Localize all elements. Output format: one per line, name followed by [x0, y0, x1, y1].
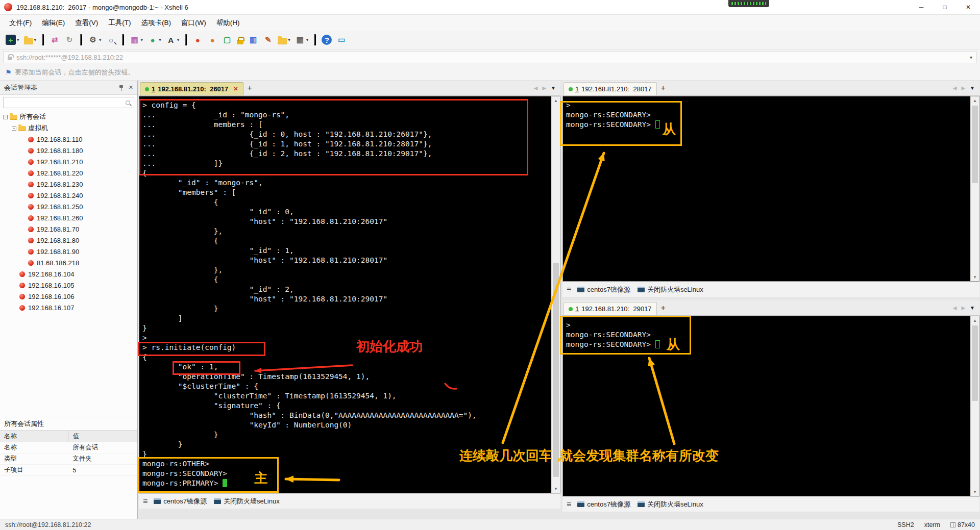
panel-close-icon[interactable]: ✕: [129, 84, 133, 91]
scroll-down-icon[interactable]: ▼: [971, 488, 979, 496]
duplicate-session-icon[interactable]: ⇄: [48, 34, 61, 46]
scrollbar-thumb[interactable]: [972, 325, 978, 401]
quick-commands-menu-icon[interactable]: ≡: [567, 500, 571, 509]
lock-keyboard-icon[interactable]: [235, 34, 245, 45]
search-icon[interactable]: [126, 100, 130, 105]
transfer-folder-icon[interactable]: ▾: [276, 34, 292, 45]
dropdown-caret-icon[interactable]: ▾: [177, 37, 180, 42]
scrollbar-thumb[interactable]: [972, 106, 978, 183]
quick-command-button[interactable]: centos7镜像源: [577, 285, 630, 294]
scrollbar[interactable]: ▲ ▼: [970, 96, 979, 281]
terminal-29017[interactable]: >mongo-rs:SECONDARY>mongo-rs:SECONDARY> …: [562, 316, 979, 496]
pin-icon[interactable]: [119, 85, 124, 91]
tree-item[interactable]: 192.168.81.240: [0, 190, 137, 201]
quick-command-button[interactable]: centos7镜像源: [577, 500, 630, 509]
menu-item[interactable]: 帮助(H): [211, 15, 245, 31]
quick-command-button[interactable]: 关闭防火墙seLinux: [214, 497, 280, 506]
dropdown-caret-icon[interactable]: ▾: [141, 37, 143, 42]
xshell-home-icon[interactable]: ●: [191, 34, 204, 46]
tree-item[interactable]: 192.168.16.105: [0, 280, 137, 291]
quick-commands-menu-icon[interactable]: ≡: [143, 497, 148, 506]
tree-item[interactable]: 192.168.81.70: [0, 223, 137, 235]
dropdown-caret-icon[interactable]: ▾: [17, 37, 19, 42]
close-button[interactable]: ✕: [957, 0, 980, 14]
reconnect-icon[interactable]: ↻: [63, 34, 76, 46]
menu-item[interactable]: 查看(V): [70, 15, 103, 31]
tree-item[interactable]: 192.168.16.107: [0, 302, 137, 313]
scroll-down-icon[interactable]: ▼: [552, 485, 560, 493]
tree-item[interactable]: 192.168.81.80: [0, 235, 137, 246]
expander-icon[interactable]: [12, 126, 16, 131]
scrollbar-thumb[interactable]: [553, 263, 559, 477]
dropdown-caret-icon[interactable]: ▾: [159, 37, 161, 42]
maximize-button[interactable]: □: [933, 0, 957, 14]
scroll-tabs-left-icon[interactable]: ◀: [953, 85, 957, 91]
tree-item[interactable]: 192.168.81.110: [0, 134, 137, 145]
quick-command-button[interactable]: 关闭防火墙seLinux: [638, 500, 703, 509]
xagent-icon[interactable]: ●: [206, 34, 219, 46]
menu-item[interactable]: 选项卡(B): [136, 15, 177, 31]
minimize-button[interactable]: ─: [910, 0, 933, 14]
tree-item[interactable]: 192.168.81.210: [0, 156, 137, 167]
new-session-icon[interactable]: + ▾: [4, 34, 21, 46]
new-tab-button[interactable]: +: [248, 84, 252, 93]
menu-item[interactable]: 工具(T): [103, 15, 136, 31]
session-search-input[interactable]: [4, 99, 126, 106]
tree-item[interactable]: 192.168.81.220: [0, 167, 137, 179]
terminal-26017[interactable]: > config = {... _id : "mongo-rs",... mem…: [139, 96, 560, 493]
tab-list-icon[interactable]: ▼: [551, 85, 556, 91]
help-icon[interactable]: ?: [320, 34, 333, 46]
tree-item[interactable]: 192.168.16.104: [0, 268, 137, 280]
tree-item[interactable]: 192.168.81.250: [0, 201, 137, 212]
quick-command-button[interactable]: centos7镜像源: [154, 497, 207, 506]
terminal-28017[interactable]: >mongo-rs:SECONDARY>mongo-rs:SECONDARY> …: [562, 96, 979, 282]
scroll-tabs-right-icon[interactable]: ▶: [542, 85, 546, 91]
log-icon[interactable]: ▥: [247, 34, 260, 46]
tile-layout-icon[interactable]: ▦ ▾: [293, 34, 310, 46]
quick-command-button[interactable]: 关闭防火墙seLinux: [638, 285, 703, 294]
tree-item[interactable]: 虚拟机: [0, 122, 137, 134]
tree-item[interactable]: 81.68.186.218: [0, 257, 137, 268]
session-properties-icon[interactable]: ⚙ ▾: [86, 34, 103, 46]
fullscreen-icon[interactable]: ▢: [220, 34, 234, 46]
quick-commands-menu-icon[interactable]: ≡: [567, 285, 571, 294]
scrollbar[interactable]: ▲ ▼: [970, 316, 979, 496]
tree-item[interactable]: 192.168.16.106: [0, 291, 137, 302]
scroll-tabs-left-icon[interactable]: ◀: [534, 85, 538, 91]
scrollbar[interactable]: ▲ ▼: [551, 96, 560, 493]
scroll-down-icon[interactable]: ▼: [971, 273, 979, 281]
new-tab-button[interactable]: +: [661, 304, 666, 313]
tree-item[interactable]: 192.168.81.260: [0, 212, 137, 223]
close-tab-icon[interactable]: ✕: [233, 86, 238, 92]
tree-item[interactable]: 192.168.81.180: [0, 145, 137, 156]
address-dropdown-icon[interactable]: ▾: [970, 55, 972, 60]
proxy-globe-icon[interactable]: ● ▾: [146, 34, 163, 46]
menu-item[interactable]: 文件(F): [4, 15, 37, 31]
address-field[interactable]: ssh://root:******@192.168.81.210:22 ▾: [3, 51, 977, 63]
scroll-up-icon[interactable]: ▲: [971, 316, 979, 324]
tab-list-icon[interactable]: ▼: [970, 85, 975, 91]
compose-bar-icon[interactable]: ▦ ▾: [128, 34, 145, 46]
scroll-tabs-right-icon[interactable]: ▶: [961, 85, 965, 91]
new-tab-button[interactable]: +: [661, 84, 666, 93]
find-icon[interactable]: ○: [105, 34, 118, 46]
scroll-up-icon[interactable]: ▲: [971, 96, 979, 105]
expander-icon[interactable]: [3, 115, 8, 119]
scroll-up-icon[interactable]: ▲: [552, 96, 560, 105]
open-folder-icon[interactable]: ▾: [22, 34, 38, 45]
dropdown-caret-icon[interactable]: ▾: [34, 37, 37, 42]
dropdown-caret-icon[interactable]: ▾: [306, 37, 309, 42]
feedback-icon[interactable]: ▭: [335, 34, 348, 46]
dropdown-caret-icon[interactable]: ▾: [288, 37, 290, 42]
tree-item[interactable]: 所有会话: [0, 111, 137, 122]
highlight-pen-icon[interactable]: ✎: [261, 34, 275, 46]
tree-item[interactable]: 192.168.81.90: [0, 246, 137, 257]
tab-29017[interactable]: 1 192.168.81.210: 29017: [564, 302, 657, 315]
menu-item[interactable]: 编辑(E): [37, 15, 70, 31]
scroll-tabs-right-icon[interactable]: ▶: [961, 305, 965, 311]
menu-item[interactable]: 窗口(W): [176, 15, 211, 31]
scroll-tabs-left-icon[interactable]: ◀: [953, 305, 957, 311]
tree-item[interactable]: 192.168.81.230: [0, 179, 137, 190]
tab-list-icon[interactable]: ▼: [970, 305, 975, 311]
tab-26017[interactable]: 1 192.168.81.210: 26017 ✕: [140, 82, 243, 95]
